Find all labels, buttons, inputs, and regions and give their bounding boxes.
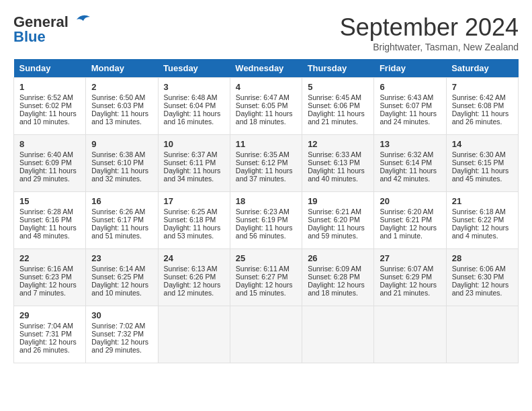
day-header-friday: Friday xyxy=(374,59,446,78)
calendar-cell: 30Sunrise: 7:02 AMSunset: 7:32 PMDayligh… xyxy=(86,306,158,363)
daylight-text: Daylight: 11 hours and 26 minutes. xyxy=(452,109,509,126)
day-number: 21 xyxy=(452,196,513,206)
daylight-text: Daylight: 12 hours and 1 minute. xyxy=(380,224,437,240)
sunrise-text: Sunrise: 6:11 AM xyxy=(236,265,290,273)
calendar-cell: 7Sunrise: 6:42 AMSunset: 6:08 PMDaylight… xyxy=(446,78,518,135)
calendar-body: 1Sunrise: 6:52 AMSunset: 6:02 PMDaylight… xyxy=(14,78,519,363)
calendar-cell: 19Sunrise: 6:21 AMSunset: 6:20 PMDayligh… xyxy=(302,192,374,249)
sunset-text: Sunset: 7:31 PM xyxy=(19,330,72,338)
daylight-text: Daylight: 11 hours and 34 minutes. xyxy=(164,167,221,183)
daylight-text: Daylight: 12 hours and 26 minutes. xyxy=(19,338,77,354)
daylight-text: Daylight: 11 hours and 51 minutes. xyxy=(91,224,148,240)
day-number: 8 xyxy=(19,139,80,149)
daylight-text: Daylight: 12 hours and 18 minutes. xyxy=(308,281,365,297)
sunrise-text: Sunrise: 6:18 AM xyxy=(452,208,506,216)
calendar-cell xyxy=(230,306,302,363)
calendar-cell: 8Sunrise: 6:40 AMSunset: 6:09 PMDaylight… xyxy=(14,135,86,192)
sunset-text: Sunset: 6:16 PM xyxy=(19,216,72,224)
day-number: 14 xyxy=(452,139,513,149)
day-number: 27 xyxy=(380,253,440,263)
day-number: 13 xyxy=(380,139,440,149)
calendar-cell: 3Sunrise: 6:48 AMSunset: 6:04 PMDaylight… xyxy=(158,78,230,135)
day-number: 22 xyxy=(19,253,80,263)
sunset-text: Sunset: 6:14 PM xyxy=(380,158,432,167)
sunset-text: Sunset: 6:21 PM xyxy=(380,216,432,224)
daylight-text: Daylight: 12 hours and 10 minutes. xyxy=(91,281,148,297)
day-number: 15 xyxy=(19,196,80,206)
daylight-text: Daylight: 11 hours and 45 minutes. xyxy=(452,167,509,183)
calendar-cell xyxy=(374,306,446,363)
sunrise-text: Sunrise: 6:20 AM xyxy=(380,208,433,216)
title-section: September 2024 Brightwater, Tasman, New … xyxy=(340,13,519,52)
sunrise-text: Sunrise: 6:13 AM xyxy=(164,265,218,273)
calendar-cell: 14Sunrise: 6:30 AMSunset: 6:15 PMDayligh… xyxy=(446,135,518,192)
daylight-text: Daylight: 12 hours and 15 minutes. xyxy=(236,281,293,297)
sunrise-text: Sunrise: 6:32 AM xyxy=(380,150,433,158)
calendar-cell: 22Sunrise: 6:16 AMSunset: 6:23 PMDayligh… xyxy=(14,249,86,306)
calendar-table: SundayMondayTuesdayWednesdayThursdayFrid… xyxy=(13,59,519,363)
month-title: September 2024 xyxy=(340,13,519,42)
day-number: 20 xyxy=(380,196,440,206)
sunset-text: Sunset: 6:23 PM xyxy=(19,273,72,281)
calendar-cell: 20Sunrise: 6:20 AMSunset: 6:21 PMDayligh… xyxy=(374,192,446,249)
sunset-text: Sunset: 6:02 PM xyxy=(19,101,72,109)
day-number: 6 xyxy=(380,82,440,92)
sunrise-text: Sunrise: 6:40 AM xyxy=(19,150,73,158)
calendar-cell: 25Sunrise: 6:11 AMSunset: 6:27 PMDayligh… xyxy=(230,249,302,306)
sunset-text: Sunset: 7:32 PM xyxy=(91,330,144,338)
sunset-text: Sunset: 6:09 PM xyxy=(19,158,72,167)
day-number: 25 xyxy=(236,253,296,263)
sunrise-text: Sunrise: 6:14 AM xyxy=(91,265,145,273)
calendar-cell: 12Sunrise: 6:33 AMSunset: 6:13 PMDayligh… xyxy=(302,135,374,192)
daylight-text: Daylight: 12 hours and 21 minutes. xyxy=(380,281,437,297)
daylight-text: Daylight: 11 hours and 10 minutes. xyxy=(19,109,77,126)
sunrise-text: Sunrise: 7:04 AM xyxy=(19,322,73,330)
sunset-text: Sunset: 6:03 PM xyxy=(91,101,144,109)
sunrise-text: Sunrise: 6:35 AM xyxy=(236,150,290,158)
calendar-cell: 15Sunrise: 6:28 AMSunset: 6:16 PMDayligh… xyxy=(14,192,86,249)
calendar-cell: 6Sunrise: 6:43 AMSunset: 6:07 PMDaylight… xyxy=(374,78,446,135)
page-header: General Blue September 2024 Brightwater,… xyxy=(13,13,519,52)
daylight-text: Daylight: 11 hours and 37 minutes. xyxy=(236,167,293,183)
day-header-thursday: Thursday xyxy=(302,59,374,78)
sunset-text: Sunset: 6:15 PM xyxy=(452,158,504,167)
calendar-cell: 26Sunrise: 6:09 AMSunset: 6:28 PMDayligh… xyxy=(302,249,374,306)
sunrise-text: Sunrise: 6:07 AM xyxy=(380,265,433,273)
sunset-text: Sunset: 6:29 PM xyxy=(380,273,432,281)
calendar-week-row: 29Sunrise: 7:04 AMSunset: 7:31 PMDayligh… xyxy=(14,306,519,363)
day-number: 9 xyxy=(91,139,152,149)
sunrise-text: Sunrise: 6:09 AM xyxy=(308,265,361,273)
day-number: 1 xyxy=(19,82,80,92)
calendar-cell: 21Sunrise: 6:18 AMSunset: 6:22 PMDayligh… xyxy=(446,192,518,249)
calendar-cell: 2Sunrise: 6:50 AMSunset: 6:03 PMDaylight… xyxy=(86,78,158,135)
calendar-week-row: 8Sunrise: 6:40 AMSunset: 6:09 PMDaylight… xyxy=(14,135,519,192)
sunset-text: Sunset: 6:10 PM xyxy=(91,158,144,167)
daylight-text: Daylight: 11 hours and 40 minutes. xyxy=(308,167,365,183)
daylight-text: Daylight: 11 hours and 24 minutes. xyxy=(380,109,437,126)
calendar-cell: 11Sunrise: 6:35 AMSunset: 6:12 PMDayligh… xyxy=(230,135,302,192)
sunset-text: Sunset: 6:04 PM xyxy=(164,101,216,109)
sunrise-text: Sunrise: 6:45 AM xyxy=(308,93,361,101)
day-header-monday: Monday xyxy=(86,59,158,78)
sunset-text: Sunset: 6:22 PM xyxy=(452,216,504,224)
daylight-text: Daylight: 12 hours and 23 minutes. xyxy=(452,281,509,297)
sunrise-text: Sunrise: 6:52 AM xyxy=(19,93,73,101)
daylight-text: Daylight: 12 hours and 7 minutes. xyxy=(19,281,77,297)
calendar-cell: 9Sunrise: 6:38 AMSunset: 6:10 PMDaylight… xyxy=(86,135,158,192)
daylight-text: Daylight: 11 hours and 42 minutes. xyxy=(380,167,437,183)
daylight-text: Daylight: 11 hours and 21 minutes. xyxy=(308,109,365,126)
sunrise-text: Sunrise: 6:47 AM xyxy=(236,93,290,101)
sunset-text: Sunset: 6:20 PM xyxy=(308,216,360,224)
daylight-text: Daylight: 11 hours and 48 minutes. xyxy=(19,224,77,240)
day-number: 3 xyxy=(164,82,224,92)
sunset-text: Sunset: 6:25 PM xyxy=(91,273,144,281)
calendar-cell: 4Sunrise: 6:47 AMSunset: 6:05 PMDaylight… xyxy=(230,78,302,135)
day-header-sunday: Sunday xyxy=(14,59,86,78)
daylight-text: Daylight: 11 hours and 59 minutes. xyxy=(308,224,365,240)
daylight-text: Daylight: 12 hours and 29 minutes. xyxy=(91,338,148,354)
calendar-cell: 17Sunrise: 6:25 AMSunset: 6:18 PMDayligh… xyxy=(158,192,230,249)
sunrise-text: Sunrise: 6:23 AM xyxy=(236,208,290,216)
logo-text-blue: Blue xyxy=(13,28,46,46)
day-number: 28 xyxy=(452,253,513,263)
sunrise-text: Sunrise: 6:33 AM xyxy=(308,150,361,158)
